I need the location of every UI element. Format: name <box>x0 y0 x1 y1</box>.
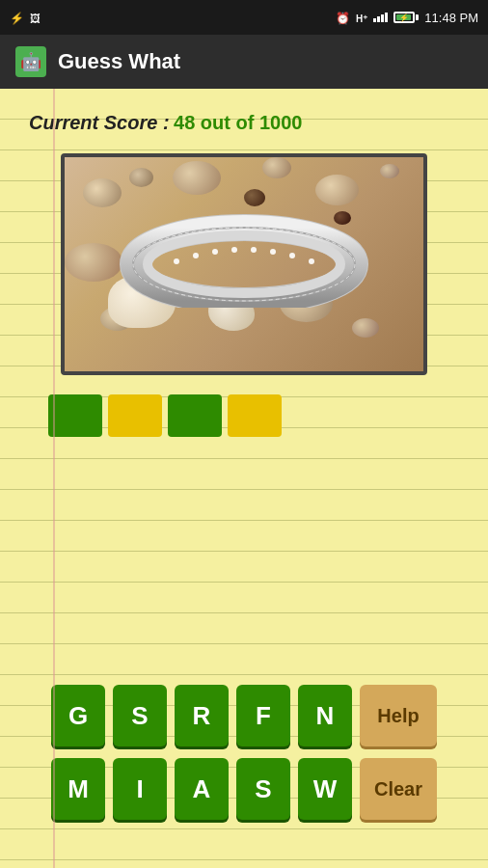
app-icon: 🤖 <box>15 46 46 77</box>
ring-scene <box>65 157 423 371</box>
letter-btn-R[interactable]: R <box>175 685 229 746</box>
answer-box-1 <box>48 394 102 437</box>
status-bar: ⚡ 11:48 PM <box>0 0 488 35</box>
main-content: Current Score : 48 out of 1000 <box>0 89 488 868</box>
score-row: Current Score : 48 out of 1000 <box>29 112 459 134</box>
status-left <box>10 11 41 25</box>
letters-section: G S R F N Help M I A S W Clear <box>29 685 459 820</box>
letter-btn-I[interactable]: I <box>113 758 167 820</box>
svg-point-7 <box>231 247 237 253</box>
puzzle-image <box>61 153 427 375</box>
svg-point-11 <box>309 258 314 264</box>
letter-btn-M[interactable]: M <box>51 758 105 820</box>
title-bar: 🤖 Guess What <box>0 35 488 89</box>
svg-point-4 <box>174 258 179 264</box>
clear-button[interactable]: Clear <box>360 758 437 820</box>
svg-point-6 <box>212 249 218 255</box>
score-value: 48 out of 1000 <box>174 112 302 133</box>
letter-btn-N[interactable]: N <box>298 685 352 746</box>
letter-btn-S2[interactable]: S <box>236 758 290 820</box>
usb-icon <box>10 11 24 25</box>
letter-btn-F[interactable]: F <box>236 685 290 746</box>
battery-indicator: ⚡ <box>393 12 419 23</box>
letter-btn-A[interactable]: A <box>175 758 229 820</box>
network-type-label <box>356 11 367 25</box>
time-display: 11:48 PM <box>424 11 478 25</box>
answer-box-4 <box>228 394 282 437</box>
score-label: Current Score : <box>29 112 170 133</box>
alarm-icon <box>336 11 350 25</box>
svg-point-8 <box>251 247 257 253</box>
letter-btn-S[interactable]: S <box>113 685 167 746</box>
signal-bars <box>373 13 388 22</box>
letter-btn-G[interactable]: G <box>51 685 105 746</box>
answer-box-2 <box>108 394 162 437</box>
answer-boxes <box>48 394 282 437</box>
help-button[interactable]: Help <box>360 685 437 746</box>
app-title: Guess What <box>58 49 180 74</box>
image-notification-icon <box>30 11 41 25</box>
letters-row-1: G S R F N Help <box>29 685 459 746</box>
letters-row-2: M I A S W Clear <box>29 758 459 820</box>
svg-point-10 <box>289 253 295 258</box>
letter-btn-W[interactable]: W <box>298 758 352 820</box>
svg-point-9 <box>270 249 276 255</box>
ring-svg <box>119 211 369 308</box>
svg-point-5 <box>193 253 199 258</box>
status-right: ⚡ 11:48 PM <box>336 11 478 25</box>
answer-box-3 <box>168 394 222 437</box>
